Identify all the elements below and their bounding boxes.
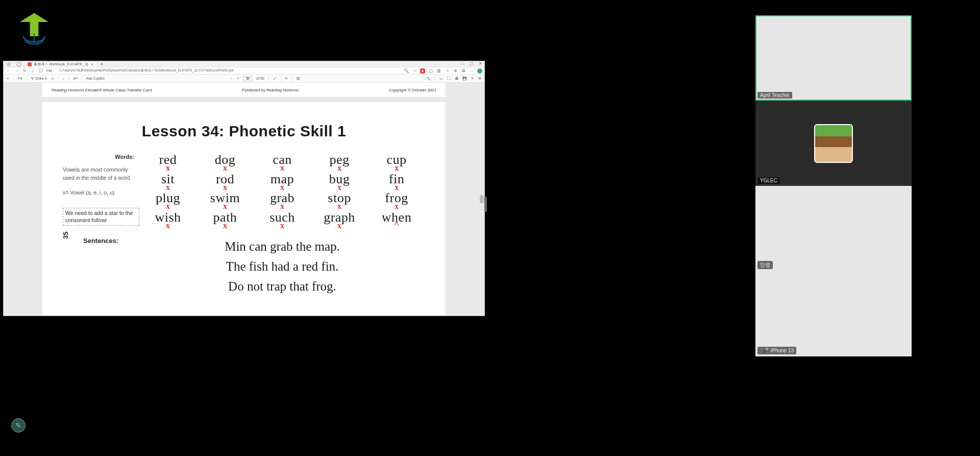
erase-button[interactable]: ◇ [51,77,54,81]
header-right: Copyright © October 2021 [389,88,436,92]
save-button[interactable]: 💾 [462,77,467,81]
participant-tile[interactable]: April Teacher [755,15,912,101]
word-cell: pegx [311,153,368,171]
participant-tile[interactable]: 민영 [755,186,912,271]
participant-tile[interactable]: ⧸🎤iPhone 13 [755,271,912,356]
text-button[interactable]: ⎁ [62,77,64,80]
split-icon[interactable]: ▥ [436,68,442,74]
word-cell: rodx [197,173,254,190]
x-mark: x [197,223,254,228]
zoom-out-button[interactable]: − [231,77,233,80]
pdf-viewer[interactable]: Reading Horizons Elevate® Whole Class Tr… [4,83,484,316]
maximize-button[interactable]: ▢ [470,61,474,66]
rotate-button[interactable]: ↻ [285,77,288,81]
x-mark: x [197,165,254,171]
word-grid: redxdogxcanxpegxcupxsitxrodxmapxbugxfinx… [139,153,425,228]
refresh-button[interactable]: ↻ [22,68,27,74]
settings-button[interactable]: ⚙ [478,77,481,81]
page-number-input[interactable] [243,76,252,81]
pdf-page-main: Lesson 34: Phonetic Skill 1 Words: Vowel… [42,102,446,316]
favorite-icon[interactable]: ☆ [412,68,417,74]
x-mark: x [254,165,311,171]
collections-icon[interactable]: ⊕ [453,68,458,74]
participant-strip: April TeacherYGLEC민영⧸🎤iPhone 13 [755,15,912,356]
browser-tabbar: 홈클래스 Workbook_ELEVATE_성 ✕ + — ▢ ✕ [4,61,484,67]
fit-page-button[interactable]: ⤢ [273,77,276,81]
x-mark: x [254,223,311,228]
url-input[interactable]: C:/Users/이재훈/Desktop/April%20(Adult%20Cl… [59,68,401,73]
home-button[interactable]: ⌂ [30,68,35,74]
x-mark: x [197,185,254,190]
shared-browser-window: 홈클래스 Workbook_ELEVATE_성 ✕ + — ▢ ✕ ← → ↻ … [3,61,485,316]
x-mark: x [139,185,197,190]
tab-pdf[interactable]: 홈클래스 Workbook_ELEVATE_성 ✕ [24,61,97,67]
participant-tile[interactable]: YGLEC [755,101,912,186]
more-icon[interactable]: ⋯ [469,68,474,74]
extensions-icon[interactable]: ✿ [461,68,466,74]
words-label: Words: [63,153,139,161]
lesson-title: Lesson 34: Phonetic Skill 1 [63,123,425,140]
new-tab-button[interactable]: + [97,61,107,67]
word-cell: cupx [368,153,425,171]
x-mark: x [139,204,197,209]
pdf-toolbar: ≡ ✎▾ ∀ Draw ▾ ◇ ⎁ A» Ask Copilot − + of … [4,75,484,83]
word-cell: pathx [197,211,254,228]
splitter-handle[interactable] [484,197,487,212]
info-icon[interactable]: ⓘ [38,68,43,74]
header-left: Reading Horizons Elevate® Whole Class Tr… [52,88,152,92]
participant-name-label: ⧸🎤iPhone 13 [757,347,796,354]
annotate-floating-button[interactable]: ✎ [11,418,26,433]
caret-mark: ^ [368,223,425,228]
participant-name-label: 민영 [757,261,773,269]
highlight-button[interactable]: ✎▾ [17,77,22,81]
back-button[interactable]: ← [6,68,11,74]
profile-avatar[interactable] [6,61,14,67]
pdf-page-header: Reading Horizons Elevate® Whole Class Tr… [42,83,446,97]
pdf-favicon [28,62,32,66]
favorites-bar-icon[interactable]: ☆ [445,68,450,74]
page-view-button[interactable]: ▥ [297,77,300,81]
annotation-textbox[interactable]: We need to add a star to the consonant f… [63,208,139,226]
draw-button[interactable]: ∀ Draw ▾ [31,77,47,81]
word-cell: redx [139,153,197,171]
x-mark: x [197,204,254,209]
sync-icon[interactable]: ◯ [428,68,433,74]
x-mark: x [311,204,368,209]
participant-name-label: April Teacher [757,92,792,99]
print-button[interactable]: 🖶 [455,77,458,80]
sentence-line: The fish had a red fin. [139,257,425,277]
close-button[interactable]: ✕ [479,61,482,66]
tab-title: 홈클래스 Workbook_ELEVATE_성 [34,62,88,67]
fullscreen-button[interactable]: ⛶ [447,77,451,80]
participant-avatar [814,124,853,163]
word-cell: finx [368,173,425,190]
extension-badge[interactable]: ■ [420,68,425,74]
sentence-list: Min can grab the map.The fish had a red … [139,237,425,296]
copilot-button[interactable]: Ask Copilot [86,77,104,80]
word-cell: swimx [197,191,254,209]
svg-marker-0 [20,13,48,22]
forward-button[interactable]: → [14,68,19,74]
word-cell: sitx [139,173,197,190]
fit-width-button[interactable]: ▭ [439,77,443,81]
close-icon[interactable]: ✕ [90,62,94,67]
scrollbar-thumb[interactable] [480,195,484,203]
read-button[interactable]: A» [73,77,78,80]
x-mark: x [311,185,368,190]
zoom-in-button[interactable]: + [237,77,239,80]
toc-button[interactable]: ≡ [7,77,9,80]
minimize-button[interactable]: — [460,61,464,66]
participant-name-label: YGLEC [757,177,780,184]
word-cell: stopx [311,191,368,209]
muted-icon: ⧸🎤 [760,347,769,354]
read-aloud-icon[interactable]: 🔍 [404,68,409,74]
x-mark: x [254,185,311,190]
sentence-line: Do not trap that frog. [139,277,425,297]
sentence-line: Min can grab the map. [139,237,425,257]
tab-workspaces[interactable] [14,61,24,67]
profile-icon[interactable] [477,68,482,74]
share-button[interactable]: ✎ [471,77,474,81]
word-cell: bugx [311,173,368,190]
page-total-label: of 60 [256,77,264,80]
search-button[interactable]: 🔍 [426,77,431,81]
